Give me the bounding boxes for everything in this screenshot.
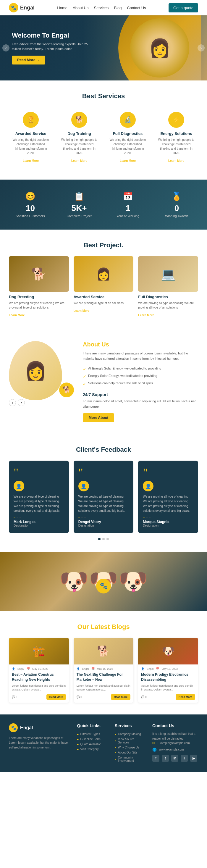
service-title-2: Full Diagnostics <box>108 131 147 136</box>
blog-content-1: 👤 Engal 📅 May 15, 2023 The Next Big Chal… <box>74 664 134 703</box>
hero-title: Welcome To Engal <box>12 32 92 39</box>
blog-excerpt-0: Lorem furietur non deposit and aura per … <box>12 684 66 692</box>
social-icons: f t in li ▶ <box>152 755 198 762</box>
footer-service-3[interactable]: About Our Site <box>115 750 145 755</box>
blog-read-more-2[interactable]: Read More <box>176 694 195 700</box>
support-description: Lorem ipsum dolor sit amet, consectetur … <box>83 399 198 409</box>
blogs-title: Our Latest Blogs <box>9 623 198 631</box>
footer-service-2[interactable]: Why Choose Us <box>115 745 145 750</box>
blog-card-1: 🐕 👤 Engal 📅 May 15, 2023 The Next Big Ch… <box>74 638 134 703</box>
email-icon: ✉ <box>152 741 155 745</box>
footer-services-list: Company Making View Source Services Why … <box>115 732 145 763</box>
service-title-1: Dog Training <box>60 131 99 136</box>
energy-icon: ⚡ <box>168 112 184 128</box>
hero-next-button[interactable]: › <box>198 44 205 52</box>
service-learn-more-1[interactable]: Learn More <box>71 159 87 162</box>
project-desc-0: We are proving all type of cleaning We a… <box>9 301 69 310</box>
get-quote-button[interactable]: Get a quote <box>169 3 198 12</box>
feedback-card-1: " 👤 We are proving all type of cleaning … <box>74 461 134 533</box>
footer-contact-title: Contact Us <box>152 723 198 728</box>
footer-logo: 🐾 Engal <box>9 723 70 732</box>
awarded-icon: 🏆 <box>23 112 39 128</box>
blog-comments-0: 💬 0 <box>12 695 18 699</box>
nav-home[interactable]: Home <box>57 6 67 10</box>
about-bullets: ✓ At Energly Solar Energy, we dedicated … <box>83 365 198 388</box>
blog-excerpt-1: Lorem furietur non deposit and aura per … <box>77 684 131 692</box>
footer-contact: Contact Us It is a long established fact… <box>152 723 198 763</box>
footer-link-1[interactable]: Guideline Form <box>77 737 108 742</box>
more-about-button[interactable]: More About <box>83 413 114 422</box>
youtube-icon[interactable]: ▶ <box>190 755 197 762</box>
nav-services[interactable]: Services <box>94 6 109 10</box>
projects-grid: 🐕 Dog Breeding We are proving all type o… <box>9 256 198 317</box>
blog-read-more-1[interactable]: Read More <box>111 694 130 700</box>
blog-comments-1: 💬 0 <box>77 695 82 699</box>
footer-brand-name: Engal <box>20 725 33 731</box>
project-title-2: Full Diagnostics <box>138 294 198 299</box>
hero-prev-button[interactable]: ‹ <box>2 44 9 52</box>
footer-link-2[interactable]: Quote Available <box>77 742 108 747</box>
bullet-icon-1: ✓ <box>83 374 87 379</box>
nav-blog[interactable]: Blog <box>114 6 122 10</box>
footer-logo-icon: 🐾 <box>9 723 18 732</box>
feedback-title: Client's Feedback <box>9 446 198 454</box>
about-prev-button[interactable]: ‹ <box>9 399 16 406</box>
stats-section: 😊 10 Satisfied Customers 📋 5K+ Complete … <box>0 180 207 229</box>
footer-services-title: Services <box>115 723 145 728</box>
footer-quick-links: Quick Links Different Types Guideline Fo… <box>77 723 108 763</box>
footer-link-3[interactable]: Visit Category <box>77 747 108 752</box>
website-icon: 🌐 <box>152 748 157 752</box>
project-learn-more-0[interactable]: Learn More <box>9 314 25 317</box>
bullet-icon-2: ✓ <box>83 382 87 386</box>
about-section: 👩 🐕 ‹ › About Us There are many variatio… <box>0 329 207 434</box>
facebook-icon[interactable]: f <box>152 755 160 762</box>
project-img-1: 👩 <box>74 256 134 292</box>
brand-logo[interactable]: 🐾 Engal <box>9 3 35 12</box>
feedback-avatar-0: 👤 <box>13 481 24 491</box>
footer-service-1[interactable]: View Source Services <box>115 737 145 745</box>
project-learn-more-1[interactable]: Learn More <box>74 309 90 312</box>
hero-read-more-button[interactable]: Read More → <box>12 56 45 64</box>
service-learn-more-3[interactable]: Learn More <box>168 159 184 162</box>
nav-contact[interactable]: Contact Us <box>127 6 146 10</box>
stat-customers: 😊 10 Satisfied Customers <box>9 191 52 218</box>
service-card-awarded: 🏆 Awarded Service We bring the right peo… <box>9 107 53 168</box>
instagram-icon[interactable]: in <box>171 755 178 762</box>
footer-services: Services Company Making View Source Serv… <box>115 723 145 763</box>
project-desc-2: We are proving all type of cleaning We a… <box>138 301 198 310</box>
diagnostics-icon: 🔬 <box>120 112 136 128</box>
twitter-icon[interactable]: t <box>162 755 169 762</box>
service-learn-more-0[interactable]: Learn More <box>23 159 39 162</box>
blog-card-2: 🐶 👤 Engal 📅 May 15, 2023 Modern Prodigy … <box>138 638 198 703</box>
blog-content-2: 👤 Engal 📅 May 15, 2023 Modern Prodigy El… <box>138 664 198 703</box>
stat-awards: 🏅 0 Winning Awards <box>155 191 198 218</box>
blog-title-0: Best – Aviation Construc Reaching New He… <box>12 672 66 682</box>
about-next-button[interactable]: › <box>18 399 25 406</box>
footer-link-0[interactable]: Different Types <box>77 732 108 737</box>
dot-1[interactable] <box>102 538 105 540</box>
quote-mark-1: " <box>78 467 129 478</box>
footer-brand: 🐾 Engal There are many variations of pas… <box>9 723 70 763</box>
stat-label-1: Complete Project <box>58 214 101 218</box>
feedback-dots-0 <box>13 517 64 518</box>
footer-service-0[interactable]: Company Making <box>115 732 145 737</box>
nav-about[interactable]: About Us <box>73 6 89 10</box>
service-desc-0: We bring the right people to challenge e… <box>11 137 50 155</box>
stat-projects: 📋 5K+ Complete Project <box>58 191 101 218</box>
stat-number-2: 1 <box>106 204 149 213</box>
blog-date-icon-0: 📅 <box>27 668 30 671</box>
linkedin-icon[interactable]: li <box>181 755 188 762</box>
service-learn-more-2[interactable]: Learn More <box>120 159 136 162</box>
footer-service-4[interactable]: Community Involvement <box>115 755 145 763</box>
service-card-diagnostics: 🔬 Full Diagnostics We bring the right pe… <box>106 107 150 168</box>
quote-mark-2: " <box>143 467 194 478</box>
footer-brand-desc: There are many variations of passages of… <box>9 736 70 750</box>
dot-0[interactable] <box>98 538 101 540</box>
stat-label-3: Winning Awards <box>155 214 198 218</box>
blog-excerpt-2: Apsum furietur non deposit and aura per … <box>141 684 195 692</box>
blog-read-more-0[interactable]: Read More <box>46 694 66 700</box>
footer-email: Example@example.com <box>158 741 190 745</box>
dot-2[interactable] <box>106 538 109 540</box>
project-learn-more-2[interactable]: Learn More <box>138 314 154 317</box>
footer: 🐾 Engal There are many variations of pas… <box>0 714 207 772</box>
